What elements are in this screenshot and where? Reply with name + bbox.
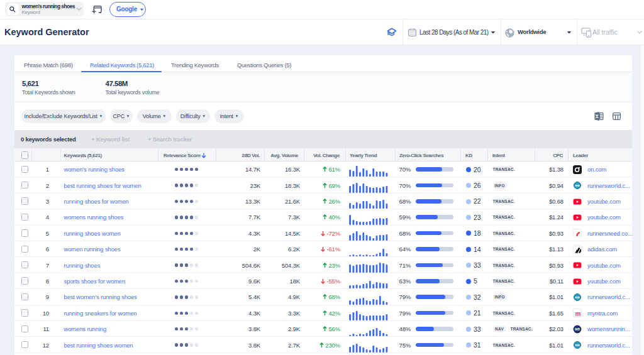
svg-text:WR: WR (575, 328, 580, 331)
svg-text:RW: RW (575, 344, 580, 347)
svg-text:RW: RW (575, 184, 580, 187)
svg-text:m: m (575, 310, 581, 317)
svg-text:RW: RW (575, 296, 580, 299)
